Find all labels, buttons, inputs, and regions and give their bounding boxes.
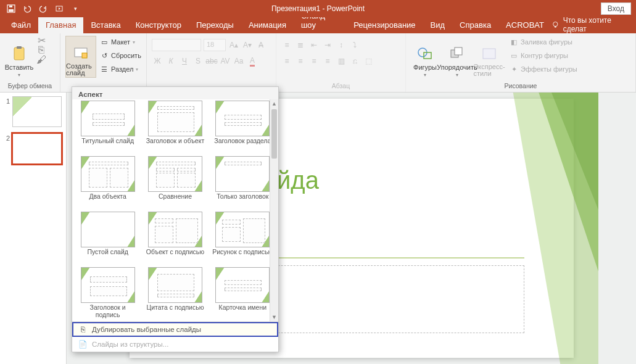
outline-label: Слайды из структуры... — [92, 341, 168, 348]
align-center-icon[interactable]: ≡ — [295, 56, 306, 67]
slides-from-outline-item[interactable]: 📄 Слайды из структуры... — [72, 337, 278, 352]
layout-thumb — [215, 101, 270, 136]
underline-icon[interactable]: Ч — [179, 56, 190, 67]
section-button[interactable]: ☰Раздел ▾ — [100, 63, 141, 75]
layout-option[interactable]: Объект с подписью — [144, 212, 205, 263]
numbering-icon[interactable]: ≣ — [295, 39, 306, 51]
thumb-number: 1 — [2, 96, 10, 127]
tell-me-search[interactable]: Что вы хотите сделат — [551, 16, 636, 33]
italic-icon[interactable]: К — [165, 56, 176, 67]
quick-styles-button[interactable]: Экспресс-стили — [475, 36, 503, 78]
start-from-beginning-icon[interactable] — [53, 2, 65, 15]
drawing-group-label: Рисование — [411, 81, 630, 91]
sign-in-button[interactable]: Вход — [601, 2, 631, 15]
layout-button[interactable]: ▭Макет ▾ — [100, 36, 141, 48]
layout-thumb — [215, 267, 270, 303]
layout-thumb — [81, 101, 135, 136]
layout-thumb — [148, 267, 202, 303]
tab-transitions[interactable]: Переходы — [189, 17, 241, 33]
section-icon: ☰ — [100, 65, 109, 73]
new-slide-icon — [72, 44, 89, 62]
tab-file[interactable]: Файл — [4, 17, 38, 33]
shapes-icon — [416, 45, 434, 62]
shapes-button[interactable]: Фигуры▾ — [411, 36, 439, 78]
arrange-button[interactable]: Упорядочить▾ — [443, 36, 471, 78]
clear-format-icon[interactable]: A̶ — [255, 39, 266, 51]
svg-rect-2 — [9, 6, 12, 7]
layout-label: Объект с подписью — [146, 249, 204, 263]
tab-insert[interactable]: Вставка — [83, 17, 128, 33]
tab-help[interactable]: Справка — [452, 17, 498, 33]
layout-option[interactable]: Сравнение — [144, 156, 205, 208]
gallery-scrollbar[interactable]: ▲ ▼ — [270, 99, 278, 321]
svg-rect-9 — [82, 53, 87, 58]
tab-review[interactable]: Рецензирование — [346, 17, 423, 33]
gallery-scroll[interactable]: Титульный слайдЗаголовок и объектЗаголов… — [72, 99, 278, 321]
bullets-icon[interactable]: ≡ — [281, 39, 292, 51]
shrink-font-icon[interactable]: A▾ — [242, 39, 253, 51]
ribbon-tabs: Файл Главная Вставка Конструктор Переход… — [0, 17, 636, 33]
qat-more-icon[interactable]: ▾ — [69, 2, 81, 15]
tab-design[interactable]: Конструктор — [128, 17, 189, 33]
layout-thumb — [81, 212, 135, 247]
reset-button[interactable]: ↺Сбросить — [100, 49, 141, 62]
shape-outline-button[interactable]: ▭Контур фигуры — [510, 49, 577, 62]
layout-option[interactable]: Карточка имени — [212, 267, 273, 319]
layout-label: Сравнение — [159, 193, 192, 208]
smartart-icon[interactable]: ⬚ — [363, 56, 374, 67]
duplicate-label: Дублировать выбранные слайды — [92, 326, 201, 333]
copy-icon[interactable]: ⎘ — [37, 46, 46, 54]
scroll-up-icon[interactable]: ▲ — [270, 99, 278, 108]
columns-icon[interactable]: ▥ — [336, 56, 347, 67]
indent-inc-icon[interactable]: ⇥ — [322, 39, 333, 51]
layout-option[interactable]: Пустой слайд — [77, 212, 138, 263]
duplicate-slides-item[interactable]: ⎘ Дублировать выбранные слайды — [72, 322, 278, 337]
tab-acrobat[interactable]: ACROBAT — [498, 17, 551, 33]
cut-icon[interactable]: ✂ — [37, 36, 46, 44]
justify-icon[interactable]: ≡ — [322, 56, 333, 67]
format-painter-icon[interactable]: 🖌 — [37, 56, 46, 64]
layout-option[interactable]: Заголовок и объект — [144, 101, 205, 152]
tab-animations[interactable]: Анимация — [241, 17, 294, 33]
font-family-select[interactable] — [152, 39, 201, 51]
case-icon[interactable]: Aa — [233, 56, 244, 67]
fill-icon: ◧ — [510, 38, 518, 46]
layout-option[interactable]: Цитата с подписью — [144, 267, 205, 319]
scroll-down-icon[interactable]: ▼ — [270, 313, 278, 321]
text-direction-icon[interactable]: ⤵ — [349, 39, 360, 51]
tab-view[interactable]: Вид — [423, 17, 453, 33]
slide-thumbnail-1[interactable] — [12, 96, 62, 127]
strike-icon[interactable]: abc — [206, 56, 217, 67]
layout-option[interactable]: Два объекта — [77, 156, 138, 208]
scrollbar-thumb[interactable] — [271, 109, 277, 159]
shape-effects-button[interactable]: ✦Эффекты фигуры — [510, 63, 577, 75]
layout-option[interactable]: Рисунок с подписью — [212, 212, 273, 263]
font-size-select[interactable]: 18 — [204, 39, 226, 51]
new-slide-button[interactable]: Создать слайд — [65, 36, 96, 78]
shadow-icon[interactable]: S — [192, 56, 204, 67]
bold-icon[interactable]: Ж — [152, 56, 163, 67]
grow-font-icon[interactable]: A▴ — [228, 39, 239, 51]
indent-dec-icon[interactable]: ⇤ — [308, 39, 320, 51]
slide-thumbnail-2[interactable] — [12, 133, 62, 164]
line-spacing-icon[interactable]: ↕ — [336, 39, 347, 51]
layout-option[interactable]: Только заголовок — [212, 156, 273, 208]
font-color-icon[interactable]: A — [247, 56, 258, 67]
redo-icon[interactable] — [37, 2, 49, 15]
window-title: Презентация1 - PowerPoint — [271, 4, 365, 13]
align-left-icon[interactable]: ≡ — [281, 56, 292, 67]
svg-point-4 — [553, 22, 558, 26]
undo-icon[interactable] — [21, 2, 33, 15]
paste-button[interactable]: Вставить ▾ — [5, 36, 33, 78]
outline-import-icon: 📄 — [78, 340, 87, 349]
align-right-icon[interactable]: ≡ — [308, 56, 320, 67]
tab-home[interactable]: Главная — [38, 17, 83, 33]
align-text-icon[interactable]: ⎌ — [349, 56, 360, 67]
shape-fill-button[interactable]: ◧Заливка фигуры — [510, 36, 577, 48]
layout-option[interactable]: Заголовок и подпись — [77, 267, 138, 319]
spacing-icon[interactable]: AV — [220, 56, 231, 67]
layout-thumb — [81, 156, 135, 192]
save-icon[interactable] — [5, 2, 17, 15]
layout-option[interactable]: Титульный слайд — [77, 101, 138, 152]
layout-option[interactable]: Заголовок раздела — [212, 101, 273, 152]
